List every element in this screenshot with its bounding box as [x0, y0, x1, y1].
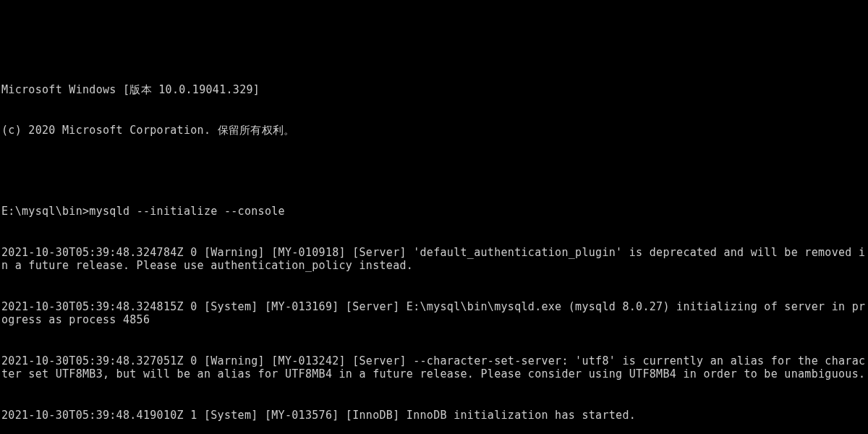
terminal-window[interactable]: Microsoft Windows [版本 10.0.19041.329] (c… — [1, 56, 867, 434]
command-line-1: E:\mysql\bin>mysqld --initialize --conso… — [1, 205, 867, 218]
output-line: 2021-10-30T05:39:48.327051Z 0 [Warning] … — [1, 354, 867, 382]
output-line: 2021-10-30T05:39:48.324815Z 0 [System] [… — [1, 300, 867, 328]
output-line: 2021-10-30T05:39:48.419010Z 1 [System] [… — [1, 409, 867, 422]
os-version-line: Microsoft Windows [版本 10.0.19041.329] — [1, 83, 867, 97]
blank-line — [1, 164, 867, 178]
command-text: mysqld --initialize --console — [89, 205, 285, 218]
output-line: 2021-10-30T05:39:48.324784Z 0 [Warning] … — [1, 246, 867, 273]
prompt-text: E:\mysql\bin> — [1, 205, 89, 218]
copyright-line: (c) 2020 Microsoft Corporation. 保留所有权利。 — [1, 124, 867, 137]
